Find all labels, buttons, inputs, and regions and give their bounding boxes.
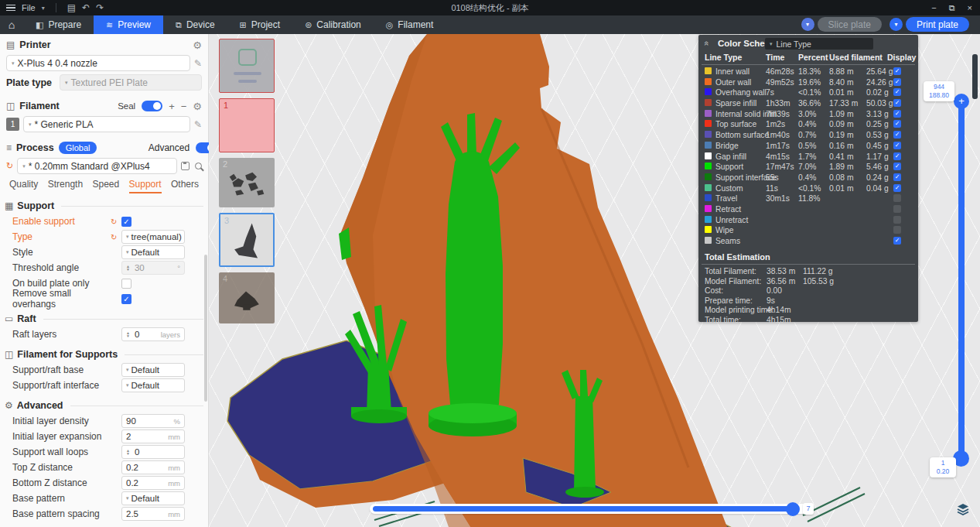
display-checkbox[interactable] xyxy=(893,226,901,234)
tab-speed[interactable]: Speed xyxy=(92,179,119,193)
search-icon[interactable] xyxy=(195,163,202,169)
edit-filament-icon[interactable]: ✎ xyxy=(194,119,202,130)
plate-thumbnail-2[interactable]: 2 xyxy=(219,158,275,207)
spinner-arrows-icon[interactable]: ▲▼ xyxy=(126,449,130,456)
seal-label: Seal xyxy=(118,101,135,111)
restore-icon[interactable]: ⧉ xyxy=(949,3,955,13)
new-file-icon[interactable]: ▤ xyxy=(67,2,76,13)
tab-strength[interactable]: Strength xyxy=(48,179,83,193)
dropdown[interactable]: ▾tree(manual) xyxy=(121,230,185,244)
display-checkbox[interactable] xyxy=(893,205,901,213)
filament-settings-gear-icon[interactable]: ⚙ xyxy=(193,101,202,112)
display-checkbox[interactable]: ✓ xyxy=(893,120,901,128)
tab-device[interactable]: ⧉Device xyxy=(163,15,227,34)
remove-filament-icon[interactable]: − xyxy=(181,101,187,112)
view-mode-select[interactable]: ▾ Line Type xyxy=(765,38,873,50)
plate-type-select[interactable]: ▾ Textured PEI Plate xyxy=(60,74,202,91)
tab-filament[interactable]: ◎Filament xyxy=(374,15,446,34)
printer-settings-gear-icon[interactable]: ⚙ xyxy=(193,39,202,51)
tab-others[interactable]: Others xyxy=(171,179,199,193)
spinner-input[interactable]: ▲▼0 xyxy=(121,445,185,459)
move-slider-handle[interactable] xyxy=(786,502,800,516)
plate-thumbnail-3[interactable]: 3 xyxy=(219,213,275,267)
scope-objects-button[interactable]: Objects xyxy=(98,142,143,154)
display-checkbox[interactable]: ✓ xyxy=(893,78,901,86)
tab-quality[interactable]: Quality xyxy=(9,179,38,193)
close-icon[interactable]: × xyxy=(968,3,972,13)
display-checkbox[interactable]: ✓ xyxy=(893,110,901,118)
collapse-panel-icon[interactable]: « xyxy=(702,41,712,46)
input-value: 2 xyxy=(126,432,131,441)
number-input[interactable]: 0.2mm xyxy=(121,476,185,490)
undo-icon[interactable]: ↶ xyxy=(82,2,90,13)
display-checkbox[interactable]: ✓ xyxy=(893,184,901,192)
plate-thumbnail-4[interactable]: 4 xyxy=(219,272,275,323)
checkbox[interactable]: ✓ xyxy=(121,217,131,227)
home-button[interactable]: ⌂ xyxy=(0,15,23,34)
spinner-input[interactable]: ▲▼30° xyxy=(121,261,185,275)
plate-thumbnail-1[interactable]: 1 xyxy=(219,98,275,152)
display-checkbox[interactable]: ✓ xyxy=(893,237,901,245)
number-input[interactable]: 90% xyxy=(121,414,185,428)
move-slider-track[interactable] xyxy=(370,504,812,514)
legend-row: Top surface1m2s0.4%0.09 m0.25 g✓ xyxy=(698,119,918,130)
display-checkbox[interactable]: ✓ xyxy=(893,131,901,139)
scope-global-button[interactable]: Global xyxy=(59,142,97,154)
minimize-icon[interactable]: − xyxy=(931,3,936,13)
save-preset-icon[interactable] xyxy=(181,162,190,170)
layer-slider-track[interactable] xyxy=(958,102,965,458)
spinner-input[interactable]: ▲▼0layers xyxy=(121,327,185,341)
menu-icon[interactable] xyxy=(6,5,15,11)
setting-label: Style xyxy=(12,247,111,258)
reset-process-icon[interactable]: ↻ xyxy=(6,161,13,171)
display-checkbox[interactable]: ✓ xyxy=(893,152,901,160)
tab-support[interactable]: Support xyxy=(129,179,162,193)
group-title: Raft xyxy=(17,313,36,324)
spinner-arrows-icon[interactable]: ▲▼ xyxy=(126,265,130,272)
number-input[interactable]: 2mm xyxy=(121,429,185,443)
slice-dropdown-icon[interactable]: ▾ xyxy=(801,18,814,31)
line-type-swatch xyxy=(705,120,712,127)
filament-preset-select[interactable]: ▾ * Generic PLA xyxy=(23,116,190,132)
dropdown[interactable]: ▾Default xyxy=(121,245,185,259)
display-checkbox[interactable]: ✓ xyxy=(893,88,901,96)
chevron-down-icon[interactable]: ▾ xyxy=(42,5,45,12)
number-input[interactable]: 2.5mm xyxy=(121,507,185,521)
display-checkbox[interactable] xyxy=(893,194,901,202)
slice-plate-button[interactable]: Slice plate xyxy=(818,17,882,32)
tab-project[interactable]: ⊞Project xyxy=(227,15,293,34)
printer-preset-select[interactable]: ▾ X-Plus 4 0.4 nozzle xyxy=(6,55,190,71)
seal-toggle[interactable] xyxy=(142,101,162,111)
spinner-arrows-icon[interactable]: ▲▼ xyxy=(126,331,130,338)
process-preset-select[interactable]: ▾ * 0.20mm Standard @XPlus4 xyxy=(17,158,177,174)
tab-prepare[interactable]: ◧Prepare xyxy=(23,15,94,34)
sidebar-scrollbar[interactable] xyxy=(204,255,207,402)
reset-icon[interactable]: ↻ xyxy=(111,233,121,241)
dropdown[interactable]: ▾Default xyxy=(121,363,185,377)
number-input[interactable]: 0.2mm xyxy=(121,460,185,474)
total-value-2: 105.53 g xyxy=(803,277,834,286)
edit-printer-icon[interactable]: ✎ xyxy=(194,58,202,69)
add-filament-icon[interactable]: + xyxy=(169,101,175,112)
display-checkbox[interactable]: ✓ xyxy=(893,99,901,107)
checkbox[interactable] xyxy=(121,279,131,289)
display-checkbox[interactable]: ✓ xyxy=(893,173,901,181)
tab-calibration[interactable]: ⊚Calibration xyxy=(292,15,374,34)
checkbox[interactable]: ✓ xyxy=(121,294,131,304)
display-checkbox[interactable]: ✓ xyxy=(893,142,901,149)
dropdown[interactable]: ▾Default xyxy=(121,491,185,505)
print-plate-button[interactable]: Print plate xyxy=(906,17,969,32)
file-menu[interactable]: File xyxy=(22,3,36,12)
reset-icon[interactable]: ↻ xyxy=(111,217,121,226)
redo-icon[interactable]: ↷ xyxy=(96,2,104,13)
print-dropdown-icon[interactable]: ▾ xyxy=(890,18,903,31)
tab-preview[interactable]: ≋Preview xyxy=(94,15,163,34)
add-color-change-button[interactable]: + xyxy=(954,94,969,109)
display-checkbox[interactable] xyxy=(893,216,901,224)
right-scrollbar[interactable] xyxy=(972,54,978,99)
plate-thumbnail-all[interactable] xyxy=(219,39,275,93)
dropdown[interactable]: ▾Default xyxy=(121,378,185,392)
layers-icon[interactable] xyxy=(956,502,970,516)
display-checkbox[interactable]: ✓ xyxy=(893,163,901,170)
display-checkbox[interactable]: ✓ xyxy=(893,67,901,75)
